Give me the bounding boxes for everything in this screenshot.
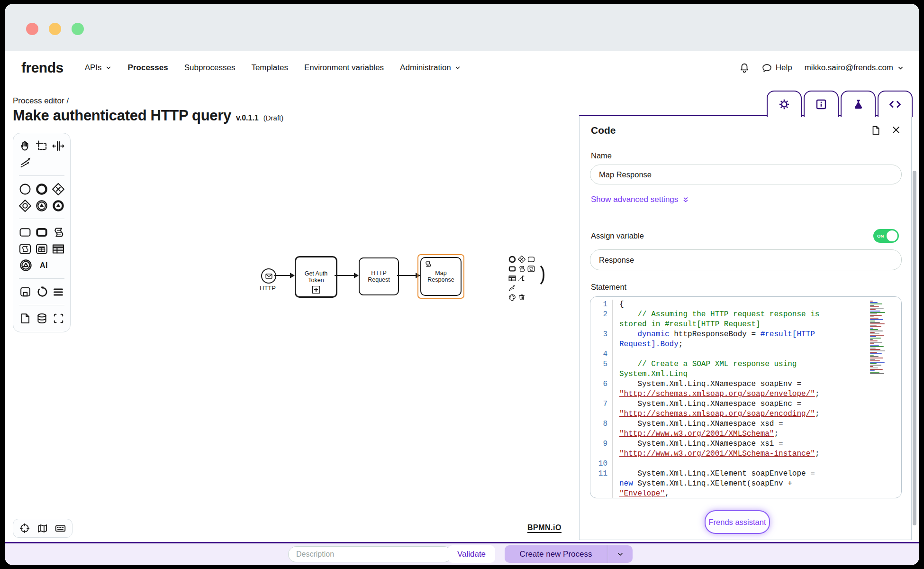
conditional-gateway-icon[interactable] <box>19 199 31 212</box>
nav-item-environment-variables[interactable]: Environment variables <box>304 63 384 73</box>
user-email: mikko.sairo@frends.com <box>805 63 893 73</box>
lasso-tool-icon[interactable] <box>36 139 48 153</box>
window-maximize-button[interactable] <box>72 23 84 35</box>
tab-test[interactable] <box>841 91 876 117</box>
code-panel: Code Name Map Response Show advanced set… <box>579 115 912 540</box>
statement-code-editor[interactable]: 1{2 // Assuming the HTTP request respons… <box>590 296 902 498</box>
panel-title: Code <box>591 125 616 136</box>
keyboard-shortcuts-icon[interactable] <box>55 523 66 534</box>
frends-assistant-button[interactable]: Frends assistant <box>705 510 770 534</box>
trigger-outline-icon[interactable] <box>19 258 33 272</box>
database-icon[interactable] <box>36 312 48 325</box>
gear-icon <box>778 98 790 110</box>
global-connect-tool-icon[interactable] <box>19 156 33 169</box>
panel-scrollbar[interactable] <box>913 171 916 525</box>
variable-name-input[interactable]: Response <box>590 249 902 270</box>
table-icon[interactable] <box>52 242 64 256</box>
bpmn-palette: AI <box>13 133 71 332</box>
undo-icon[interactable] <box>36 285 48 299</box>
append-annotation-icon[interactable] <box>518 275 525 282</box>
connect-tool-icon[interactable] <box>508 284 516 292</box>
bpmn-io-watermark[interactable]: BPMN.iO <box>527 523 562 533</box>
hand-tool-icon[interactable] <box>19 139 31 153</box>
flask-icon <box>852 99 864 110</box>
color-palette-icon[interactable] <box>508 294 516 301</box>
frends-logo[interactable]: frends <box>21 60 63 76</box>
tab-code[interactable] <box>878 91 913 117</box>
task-icon[interactable] <box>19 225 31 239</box>
chevron-down-icon <box>454 64 461 71</box>
append-task-icon[interactable] <box>527 256 535 263</box>
minimap-toggle-icon[interactable] <box>37 523 48 534</box>
open-in-new-page-icon[interactable] <box>870 125 881 136</box>
append-gateway-icon[interactable] <box>518 256 525 263</box>
create-process-dropdown-button[interactable] <box>607 545 633 563</box>
start-event-http[interactable] <box>261 268 276 284</box>
toggle-knob <box>887 230 897 241</box>
script-icon[interactable] <box>52 225 64 239</box>
start-event-icon[interactable] <box>19 182 31 196</box>
window-close-button[interactable] <box>26 23 38 35</box>
tab-settings[interactable] <box>767 91 802 117</box>
nav-item-administration[interactable]: Administration <box>400 63 461 73</box>
status-draft: (Draft) <box>263 114 284 122</box>
tab-info[interactable] <box>804 91 839 117</box>
table-task-icon[interactable] <box>36 242 48 256</box>
end-event-icon[interactable] <box>36 182 48 196</box>
delete-icon[interactable] <box>518 294 525 301</box>
intermediate-catch-event-icon[interactable] <box>36 199 48 212</box>
create-new-process-button[interactable]: Create new Process <box>505 545 607 563</box>
script-task-icon[interactable] <box>19 242 31 256</box>
version-label: v.0.1.1 <box>236 114 259 122</box>
end-trigger-event-icon[interactable] <box>52 199 64 212</box>
call-activity-icon[interactable] <box>36 225 48 239</box>
breadcrumb[interactable]: Process editor / <box>13 96 69 106</box>
chevron-down-icon <box>897 64 904 72</box>
sequence-flow[interactable] <box>274 275 294 276</box>
close-icon[interactable] <box>891 125 901 135</box>
description-input[interactable]: Description <box>288 546 452 562</box>
chevron-down-icon <box>105 64 112 71</box>
window-minimize-button[interactable] <box>49 23 61 35</box>
append-script-icon[interactable] <box>518 265 525 273</box>
nav-item-processes[interactable]: Processes <box>128 63 168 73</box>
ai-connector-icon[interactable]: AI <box>37 258 51 272</box>
space-tool-icon[interactable] <box>52 139 64 153</box>
append-call-activity-icon[interactable] <box>508 265 516 273</box>
gateway-icon[interactable] <box>52 182 64 196</box>
context-pad <box>508 256 537 301</box>
notifications-bell-icon[interactable] <box>739 63 750 73</box>
node-http-request[interactable]: HTTP Request <box>359 257 399 295</box>
name-input[interactable]: Map Response <box>590 165 902 184</box>
sequence-flow[interactable] <box>335 275 358 276</box>
center-view-icon[interactable] <box>19 523 30 533</box>
sequence-flow[interactable] <box>397 275 420 276</box>
chevron-down-icon <box>616 551 624 558</box>
node-map-response[interactable]: Map Response <box>420 257 462 296</box>
nav-item-apis[interactable]: APIs <box>85 63 112 73</box>
assign-variable-toggle[interactable]: ON <box>873 229 899 243</box>
user-menu[interactable]: mikko.sairo@frends.com <box>805 63 904 73</box>
code-editor-lines: 1{2 // Assuming the HTTP request respons… <box>590 297 901 498</box>
help-button[interactable]: Help <box>762 63 792 73</box>
window-titlebar <box>5 4 919 51</box>
canvas-controls <box>13 519 72 538</box>
append-intermediate-event-icon[interactable] <box>540 266 547 284</box>
show-advanced-settings-link[interactable]: Show advanced settings <box>591 195 689 204</box>
validate-button[interactable]: Validate <box>448 545 495 563</box>
file-icon[interactable] <box>19 312 31 325</box>
append-script-task-icon[interactable] <box>527 265 535 273</box>
multi-select-icon[interactable] <box>52 312 64 325</box>
save-icon[interactable] <box>19 285 31 299</box>
script-icon <box>424 260 432 268</box>
page-title: Make authenticated HTTP query <box>13 107 231 124</box>
code-minimap[interactable] <box>870 301 888 374</box>
nav-item-templates[interactable]: Templates <box>251 63 288 73</box>
subprocess-expand-icon[interactable] <box>312 286 320 294</box>
nav-item-subprocesses[interactable]: Subprocesses <box>184 63 236 73</box>
menu-icon[interactable] <box>52 285 64 299</box>
node-get-auth-token[interactable]: Get Auth Token <box>295 256 337 298</box>
append-end-event-icon[interactable] <box>508 256 516 263</box>
assign-variable-label: Assign variable <box>591 231 644 240</box>
append-table-icon[interactable] <box>508 275 516 282</box>
